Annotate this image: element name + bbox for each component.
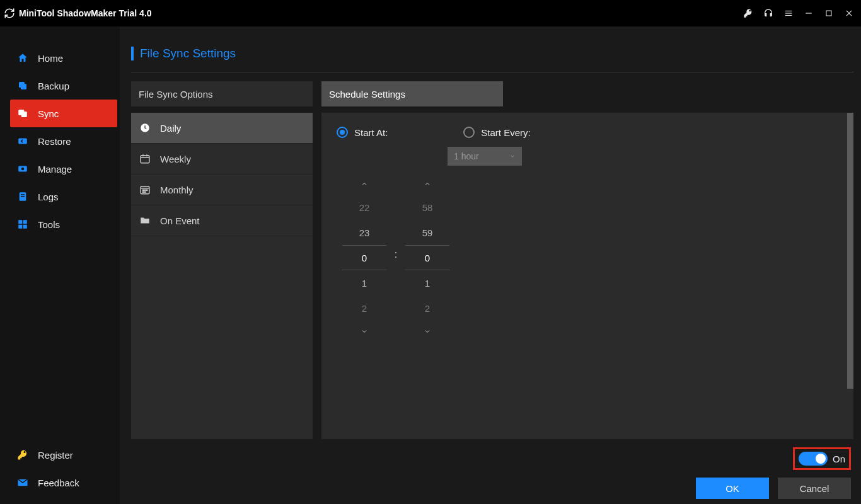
svg-rect-22	[141, 156, 149, 163]
sidebar-item-manage[interactable]: Manage	[0, 155, 120, 183]
sidebar-item-label: Manage	[38, 164, 72, 175]
sidebar-item-logs[interactable]: Logs	[0, 183, 120, 210]
schedule-type-daily[interactable]: Daily	[131, 113, 313, 144]
register-key-icon	[16, 449, 29, 461]
minute-option[interactable]: 58	[405, 195, 449, 220]
page-heading: File Sync Settings	[131, 47, 853, 60]
sidebar-item-label: Home	[38, 53, 63, 64]
time-colon: :	[392, 173, 400, 260]
svg-point-32	[144, 192, 146, 193]
sidebar-register-label: Register	[38, 450, 73, 461]
svg-rect-26	[141, 186, 149, 194]
minute-selected[interactable]: 0	[405, 245, 449, 270]
hour-up-button[interactable]	[337, 173, 392, 195]
cancel-button[interactable]: Cancel	[778, 478, 851, 499]
interval-select: 1 hour	[448, 147, 522, 166]
minute-up-button[interactable]	[400, 173, 455, 195]
svg-point-29	[144, 190, 146, 191]
manage-icon	[16, 163, 29, 175]
restore-icon	[16, 135, 29, 147]
schedule-enable-toggle-highlight: On	[793, 447, 851, 470]
minute-option[interactable]: 59	[405, 220, 449, 245]
svg-line-5	[847, 11, 852, 16]
sidebar-item-label: Sync	[38, 108, 59, 119]
schedule-type-onevent[interactable]: On Event	[131, 205, 313, 236]
schedule-type-label: Monthly	[160, 185, 194, 195]
calendar-month-icon	[139, 183, 151, 196]
maximize-icon[interactable]	[823, 8, 835, 19]
schedule-type-monthly[interactable]: Monthly	[131, 175, 313, 205]
sync-icon	[16, 107, 29, 120]
sidebar-register[interactable]: Register	[0, 441, 120, 469]
sidebar-feedback[interactable]: Feedback	[0, 469, 120, 496]
calendar-week-icon	[139, 152, 151, 165]
sidebar-item-home[interactable]: Home	[0, 44, 120, 72]
cancel-button-label: Cancel	[800, 483, 829, 494]
sidebar: Home Backup Sync Restore Manage Logs	[0, 26, 120, 504]
schedule-type-label: Daily	[160, 123, 181, 134]
minute-down-button[interactable]	[400, 321, 455, 342]
schedule-enable-toggle[interactable]	[799, 452, 828, 466]
interval-select-value: 1 hour	[454, 151, 479, 161]
toggle-on-label: On	[833, 454, 845, 464]
svg-point-31	[142, 192, 144, 193]
chevron-down-icon	[509, 151, 516, 161]
radio-start-every[interactable]: Start Every:	[463, 127, 530, 138]
radio-start-at[interactable]: Start At:	[337, 127, 388, 138]
hour-option[interactable]: 23	[342, 220, 386, 245]
tab-schedule-settings[interactable]: Schedule Settings	[321, 81, 503, 106]
panel-scrollbar[interactable]	[847, 113, 853, 389]
svg-rect-14	[20, 192, 26, 201]
hour-down-button[interactable]	[337, 321, 392, 342]
svg-rect-20	[23, 225, 27, 229]
svg-point-13	[21, 168, 25, 171]
svg-rect-19	[18, 225, 22, 229]
home-icon	[16, 52, 29, 64]
sidebar-item-backup[interactable]: Backup	[0, 72, 120, 100]
tools-icon	[16, 218, 29, 231]
sidebar-item-tools[interactable]: Tools	[0, 210, 120, 238]
schedule-type-weekly[interactable]: Weekly	[131, 144, 313, 175]
feedback-mail-icon	[16, 476, 29, 489]
support-icon[interactable]	[763, 8, 774, 19]
minute-option[interactable]: 1	[405, 270, 449, 295]
time-picker: 22 23 0 1 2 : 58 59	[337, 173, 838, 342]
svg-point-21	[141, 123, 149, 132]
close-icon[interactable]	[843, 8, 855, 19]
tab-label: Schedule Settings	[329, 89, 405, 100]
page-title: File Sync Settings	[140, 47, 236, 60]
hour-selected[interactable]: 0	[342, 245, 386, 270]
minute-option[interactable]: 2	[405, 295, 449, 321]
heading-divider	[131, 72, 853, 72]
svg-rect-7	[19, 82, 25, 88]
hour-option[interactable]: 2	[342, 295, 386, 321]
menu-icon[interactable]	[783, 8, 794, 19]
sidebar-item-sync[interactable]: Sync	[10, 100, 117, 127]
svg-rect-9	[18, 110, 24, 115]
app-title: MiniTool ShadowMaker Trial 4.0	[19, 8, 152, 18]
svg-rect-4	[826, 11, 831, 16]
ok-button[interactable]: OK	[696, 478, 769, 499]
schedule-type-label: On Event	[160, 215, 200, 226]
svg-rect-11	[18, 139, 27, 144]
svg-rect-18	[23, 220, 27, 224]
hour-option[interactable]: 1	[342, 270, 386, 295]
folder-icon	[139, 214, 151, 227]
radio-start-every-label: Start Every:	[481, 127, 530, 138]
backup-icon	[16, 79, 29, 92]
tab-file-sync-options[interactable]: File Sync Options	[131, 81, 313, 106]
sidebar-item-label: Logs	[38, 192, 59, 202]
schedule-type-list: Daily Weekly Monthly On Event	[131, 113, 313, 439]
hour-option[interactable]: 22	[342, 195, 386, 220]
ok-button-label: OK	[725, 483, 739, 494]
svg-line-6	[847, 11, 852, 16]
svg-point-28	[142, 190, 144, 191]
radio-start-at-label: Start At:	[354, 127, 388, 138]
sidebar-item-restore[interactable]: Restore	[0, 127, 120, 155]
sidebar-item-label: Backup	[38, 81, 69, 91]
app-logo-icon	[4, 8, 15, 19]
minimize-icon[interactable]	[803, 8, 814, 19]
footer-controls: On OK Cancel	[696, 447, 851, 499]
license-key-icon[interactable]	[743, 8, 754, 19]
sidebar-item-label: Tools	[38, 219, 60, 230]
